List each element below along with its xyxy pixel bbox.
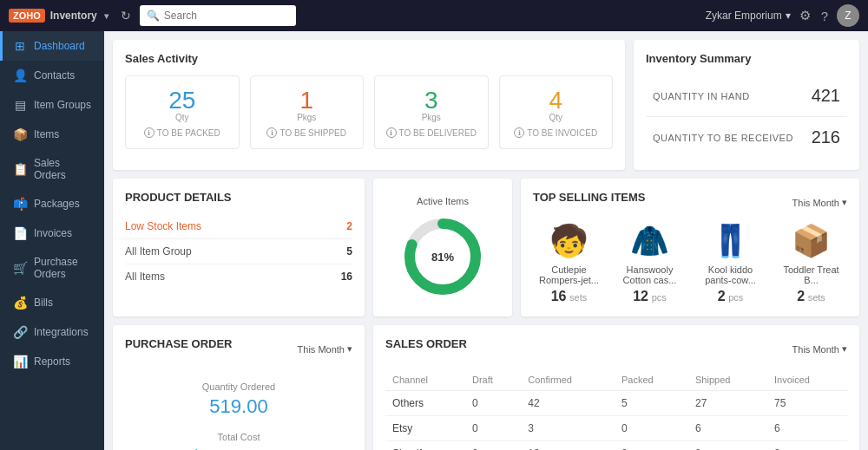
sales-activity-section: Sales Activity 25 Qty ℹ TO BE PACKED 1 P…	[113, 40, 625, 170]
sidebar-item-items[interactable]: 📦 Items	[0, 120, 104, 149]
po-qty-stat: Quantity Ordered 519.00	[125, 375, 352, 425]
sales-order-table: Channel Draft Confirmed Packed Shipped I…	[385, 369, 847, 450]
search-icon: 🔍	[147, 10, 160, 22]
all-item-group-value: 5	[346, 245, 352, 258]
sidebar-item-reports[interactable]: 📊 Reports	[0, 347, 104, 376]
sidebar-label-item-groups: Item Groups	[34, 99, 91, 111]
packages-icon: 📫	[13, 197, 27, 211]
top-selling-section: TOP SELLING ITEMS This Month ▾ 🧒 Cutlepi…	[521, 179, 859, 316]
sidebar-item-contacts[interactable]: 👤 Contacts	[0, 61, 104, 90]
so-row-shopify: Shopify 0 12 0 0 2	[385, 441, 847, 451]
sidebar-item-purchase-orders[interactable]: 🛒 Purchase Orders	[0, 248, 104, 288]
top-item-3-qty: 2 sets	[775, 289, 847, 304]
so-shopify-draft: 0	[465, 441, 521, 451]
product-details-title: PRODUCT DETAILS	[125, 191, 352, 204]
all-items-value: 16	[341, 271, 352, 283]
top-selling-period-btn[interactable]: This Month ▾	[792, 197, 847, 208]
top-item-2-name: Kool kiddo pants-cow...	[694, 264, 766, 285]
main-content: Sales Activity 25 Qty ℹ TO BE PACKED 1 P…	[104, 31, 868, 450]
sales-activity-title: Sales Activity	[125, 52, 613, 65]
so-period-btn[interactable]: This Month ▾	[792, 343, 847, 355]
top-item-2-icon: 👖	[694, 223, 766, 259]
invoiced-unit: Qty	[510, 113, 602, 122]
sidebar-label-bills: Bills	[34, 297, 53, 309]
top-item-2-qty: 2 pcs	[694, 289, 766, 304]
top-item-2-qty-unit: pcs	[728, 292, 743, 303]
low-stock-value: 2	[346, 220, 352, 232]
purchase-order-section: PURCHASE ORDER This Month ▾ Quantity Ord…	[113, 325, 365, 450]
so-etsy-confirmed: 3	[521, 416, 615, 441]
all-items-row: All Items 16	[125, 264, 352, 289]
sidebar-item-dashboard[interactable]: ⊞ Dashboard	[0, 31, 104, 61]
top-item-3-qty-num: 2	[797, 289, 805, 303]
top-item-0-qty-num: 16	[551, 289, 567, 303]
sales-card-shipped: 1 Pkgs ℹ TO BE SHIPPED	[250, 75, 365, 149]
sidebar-label-reports: Reports	[34, 355, 70, 368]
integrations-icon: 🔗	[13, 325, 27, 339]
so-period-label: This Month	[792, 344, 839, 355]
qty-received-value: 216	[812, 127, 840, 147]
low-stock-row[interactable]: Low Stock Items 2	[125, 214, 352, 239]
top-item-3-icon: 📦	[775, 223, 847, 259]
invoiced-label: ℹ TO BE INVOICED	[510, 127, 602, 138]
sidebar-item-sales-orders[interactable]: 📋 Sales Orders	[0, 149, 104, 189]
sales-orders-icon: 📋	[13, 162, 27, 176]
sales-card-invoiced: 4 Qty ℹ TO BE INVOICED	[499, 75, 614, 149]
sidebar-label-items: Items	[34, 128, 59, 140]
so-etsy-shipped: 6	[688, 416, 767, 441]
purchase-orders-icon: 🛒	[13, 261, 27, 275]
logo[interactable]: ZOHO Inventory ▾	[9, 9, 108, 23]
delivered-sub-icon: ℹ	[386, 127, 397, 138]
sidebar-label-invoices: Invoices	[34, 227, 72, 239]
invoiced-sub-icon: ℹ	[514, 127, 524, 138]
po-title: PURCHASE ORDER	[125, 337, 233, 350]
top-item-1-qty-num: 12	[633, 289, 648, 303]
sidebar-item-integrations[interactable]: 🔗 Integrations	[0, 317, 104, 347]
top-selling-period-icon: ▾	[842, 197, 847, 208]
search-box[interactable]: 🔍	[140, 5, 296, 26]
help-icon[interactable]: ?	[821, 9, 828, 23]
logo-dropdown-icon: ▾	[104, 11, 108, 21]
sales-order-section: SALES ORDER This Month ▾ Channel Draft C…	[373, 325, 859, 450]
qty-received-label: QUANTITY TO BE RECEIVED	[653, 133, 793, 143]
so-shopify-invoiced: 2	[767, 441, 847, 451]
qty-hand-label: QUANTITY IN HAND	[653, 91, 750, 101]
so-col-invoiced: Invoiced	[767, 369, 847, 391]
sidebar-label-dashboard: Dashboard	[34, 40, 85, 52]
donut-percent-label: 81%	[431, 250, 454, 263]
sidebar-item-packages[interactable]: 📫 Packages	[0, 189, 104, 218]
sidebar: ⊞ Dashboard 👤 Contacts ▤ Item Groups 📦 I…	[0, 31, 104, 450]
top-row: Sales Activity 25 Qty ℹ TO BE PACKED 1 P…	[113, 40, 859, 170]
top-selling-title: TOP SELLING ITEMS	[533, 191, 646, 204]
topbar: ZOHO Inventory ▾ ↻ 🔍 Zykar Emporium ▾ ⚙ …	[0, 0, 868, 31]
top-item-1-icon: 🧥	[614, 223, 686, 259]
sidebar-item-invoices[interactable]: 📄 Invoices	[0, 218, 104, 248]
product-details-section: PRODUCT DETAILS Low Stock Items 2 All It…	[113, 179, 365, 316]
so-row-etsy: Etsy 0 3 0 6 6	[385, 416, 847, 441]
po-period-btn[interactable]: This Month ▾	[298, 343, 352, 355]
sales-card-packed: 25 Qty ℹ TO BE PACKED	[125, 75, 240, 149]
invoices-icon: 📄	[13, 226, 27, 240]
sidebar-item-item-groups[interactable]: ▤ Item Groups	[0, 90, 104, 120]
settings-icon[interactable]: ⚙	[799, 8, 811, 23]
so-shopify-confirmed: 12	[521, 441, 615, 451]
topbar-icons: ⚙ ?	[799, 8, 828, 23]
qty-hand-value: 421	[812, 86, 840, 106]
sidebar-item-bills[interactable]: 💰 Bills	[0, 288, 104, 317]
avatar[interactable]: Z	[837, 4, 859, 27]
sidebar-label-integrations: Integrations	[34, 326, 89, 338]
so-others-invoiced: 75	[767, 391, 847, 416]
bottom-row: PURCHASE ORDER This Month ▾ Quantity Ord…	[113, 325, 859, 450]
so-shopify-packed: 0	[615, 441, 688, 451]
refresh-icon[interactable]: ↻	[121, 9, 131, 23]
so-col-confirmed: Confirmed	[521, 369, 615, 391]
so-etsy-packed: 0	[615, 416, 688, 441]
low-stock-label: Low Stock Items	[125, 220, 201, 232]
dashboard-icon: ⊞	[13, 39, 27, 53]
delivered-value: 3	[424, 87, 438, 114]
active-items-donut-section: Active Items 81%	[373, 179, 512, 316]
search-input[interactable]	[164, 10, 289, 22]
so-col-channel: Channel	[385, 369, 465, 391]
shipped-label: ℹ TO BE SHIPPED	[261, 127, 353, 138]
user-menu[interactable]: Zykar Emporium ▾	[706, 10, 791, 22]
